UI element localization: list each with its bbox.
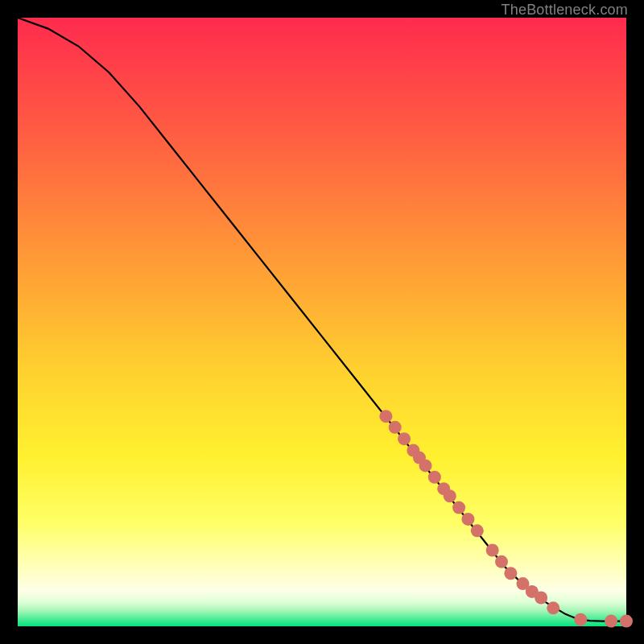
- chart-stage: TheBottleneck.com: [0, 0, 644, 644]
- data-marker: [535, 591, 547, 604]
- data-marker: [444, 489, 456, 502]
- data-marker: [574, 613, 587, 626]
- data-marker: [398, 432, 411, 445]
- data-marker: [419, 459, 432, 472]
- chart-markers: [379, 410, 633, 627]
- data-marker: [428, 471, 441, 484]
- data-marker: [389, 421, 402, 434]
- chart-overlay: [18, 18, 626, 626]
- data-marker: [461, 513, 474, 526]
- data-marker: [471, 524, 484, 537]
- data-marker: [547, 601, 559, 614]
- data-marker: [605, 615, 617, 628]
- data-marker: [452, 502, 465, 514]
- data-marker: [379, 410, 392, 423]
- data-marker: [504, 567, 517, 580]
- data-marker: [495, 555, 508, 568]
- chart-curve: [18, 18, 626, 621]
- data-marker: [486, 544, 499, 557]
- attribution-label: TheBottleneck.com: [502, 2, 628, 19]
- data-marker: [620, 615, 633, 628]
